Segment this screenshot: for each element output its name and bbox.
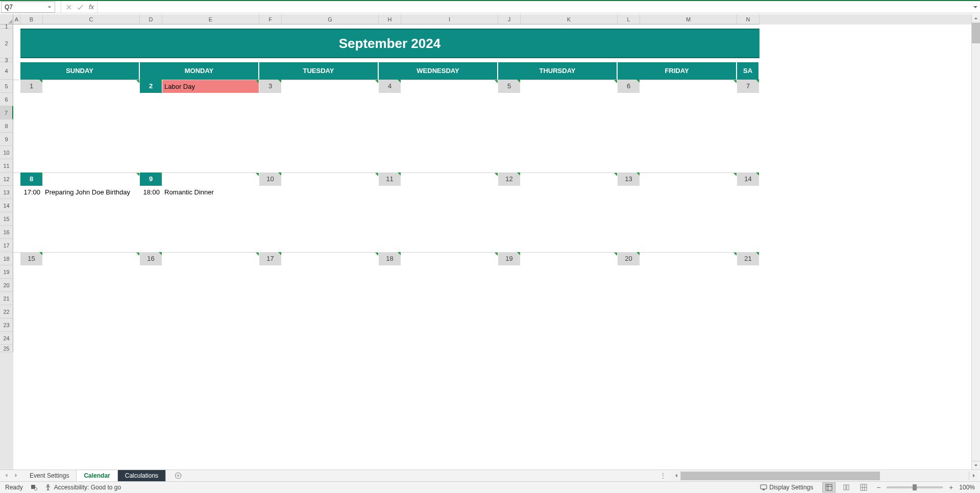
- zoom-out-button[interactable]: −: [874, 483, 883, 491]
- day-9[interactable]: 9: [140, 172, 162, 186]
- row-head-4[interactable]: 4: [0, 62, 13, 80]
- scroll-left-icon[interactable]: [672, 472, 680, 480]
- row-head-17[interactable]: 17: [0, 239, 13, 252]
- select-all-corner[interactable]: [0, 14, 13, 24]
- macro-record-icon[interactable]: [30, 483, 37, 492]
- name-box[interactable]: Q7: [1, 2, 55, 13]
- display-settings-button[interactable]: Display Settings: [755, 484, 818, 491]
- horizontal-scrollbar[interactable]: [672, 472, 978, 480]
- day-14[interactable]: 14: [737, 172, 760, 186]
- svg-rect-4: [761, 485, 767, 489]
- zoom-handle[interactable]: [913, 484, 917, 490]
- row-head-16[interactable]: 16: [0, 226, 13, 239]
- vscroll-track[interactable]: [972, 23, 980, 461]
- day-16[interactable]: 16: [140, 252, 162, 265]
- tab-calculations[interactable]: Calculations: [118, 470, 166, 481]
- col-head-M[interactable]: M: [640, 14, 737, 24]
- zoom-level[interactable]: 100%: [959, 484, 975, 491]
- day-17[interactable]: 17: [259, 252, 282, 265]
- row-head-7[interactable]: 7: [0, 106, 13, 119]
- view-page-layout-icon[interactable]: [840, 482, 853, 492]
- row-head-5[interactable]: 5: [0, 80, 13, 93]
- vscroll-thumb[interactable]: [972, 23, 980, 43]
- row-head-6[interactable]: 6: [0, 93, 13, 106]
- scroll-right-icon[interactable]: [969, 472, 978, 480]
- dow-0: SUNDAY: [20, 62, 140, 80]
- name-box-dropdown[interactable]: [45, 3, 54, 11]
- tab-prev-icon[interactable]: [4, 472, 9, 479]
- day-15[interactable]: 15: [20, 252, 43, 265]
- enter-icon[interactable]: [75, 2, 86, 13]
- col-head-F[interactable]: F: [259, 14, 282, 24]
- day-7[interactable]: 7: [737, 80, 760, 93]
- tab-scroll-dots[interactable]: ⋮: [654, 472, 672, 480]
- tab-calendar[interactable]: Calendar: [77, 471, 117, 482]
- row-head-20[interactable]: 20: [0, 279, 13, 292]
- day-11[interactable]: 11: [379, 172, 401, 186]
- col-head-A[interactable]: A: [13, 14, 20, 24]
- row-head-14[interactable]: 14: [0, 199, 13, 212]
- col-head-I[interactable]: I: [401, 14, 498, 24]
- col-head-D[interactable]: D: [140, 14, 162, 24]
- day-18[interactable]: 18: [379, 252, 401, 265]
- day-3[interactable]: 3: [259, 80, 282, 93]
- day-8[interactable]: 8: [20, 172, 43, 186]
- view-normal-icon[interactable]: [822, 482, 836, 492]
- view-page-break-icon[interactable]: [857, 482, 870, 492]
- cancel-icon[interactable]: [63, 2, 75, 13]
- zoom-slider[interactable]: [887, 486, 943, 488]
- day-1[interactable]: 1: [20, 80, 43, 93]
- tab-event-settings[interactable]: Event Settings: [22, 470, 77, 481]
- row-head-8[interactable]: 8: [0, 119, 13, 133]
- col-head-L[interactable]: L: [618, 14, 640, 24]
- row-head-19[interactable]: 19: [0, 265, 13, 279]
- col-head-J[interactable]: J: [498, 14, 521, 24]
- day-20[interactable]: 20: [618, 252, 640, 265]
- day-10[interactable]: 10: [259, 172, 282, 186]
- dow-3: WEDNESDAY: [379, 62, 498, 80]
- col-head-G[interactable]: G: [282, 14, 379, 24]
- row-head-18[interactable]: 18: [0, 252, 13, 265]
- grid-body[interactable]: September 2024SUNDAYMONDAYTUESDAYWEDNESD…: [13, 24, 980, 339]
- day-19[interactable]: 19: [498, 252, 521, 265]
- row-head-10[interactable]: 10: [0, 146, 13, 159]
- row-head-13[interactable]: 13: [0, 186, 13, 199]
- row-head-11[interactable]: 11: [0, 159, 13, 172]
- row-head-3[interactable]: 3: [0, 58, 13, 62]
- col-head-K[interactable]: K: [521, 14, 618, 24]
- row-head-22[interactable]: 22: [0, 305, 13, 318]
- row-head-15[interactable]: 15: [0, 212, 13, 226]
- row-head-1[interactable]: 1: [0, 24, 13, 29]
- day-4[interactable]: 4: [379, 80, 401, 93]
- hscroll-track[interactable]: [680, 472, 969, 480]
- day-13[interactable]: 13: [618, 172, 640, 186]
- col-head-H[interactable]: H: [379, 14, 401, 24]
- tab-next-icon[interactable]: [14, 472, 18, 479]
- scroll-down-icon[interactable]: [972, 461, 980, 470]
- col-head-N[interactable]: N: [737, 14, 760, 24]
- row-head-24[interactable]: 24: [0, 332, 13, 345]
- zoom-in-button[interactable]: +: [947, 483, 955, 491]
- row-head-2[interactable]: 2: [0, 29, 13, 58]
- accessibility-status[interactable]: Accessibility: Good to go: [44, 484, 121, 491]
- formula-bar-expand[interactable]: [971, 2, 980, 13]
- row-head-21[interactable]: 21: [0, 292, 13, 305]
- row-head-9[interactable]: 9: [0, 133, 13, 146]
- day-2[interactable]: 2: [140, 80, 162, 93]
- vertical-scrollbar[interactable]: [971, 14, 980, 470]
- row-head-25[interactable]: 25: [0, 345, 13, 352]
- row-head-23[interactable]: 23: [0, 318, 13, 332]
- hscroll-thumb[interactable]: [681, 472, 880, 480]
- formula-input[interactable]: [97, 2, 971, 13]
- fx-label[interactable]: fx: [86, 3, 97, 11]
- col-head-E[interactable]: E: [162, 14, 259, 24]
- add-sheet-button[interactable]: [171, 470, 185, 481]
- col-head-C[interactable]: C: [43, 14, 140, 24]
- col-head-B[interactable]: B: [20, 14, 43, 24]
- day-6[interactable]: 6: [618, 80, 640, 93]
- day-21[interactable]: 21: [737, 252, 760, 265]
- day-5[interactable]: 5: [498, 80, 521, 93]
- row-head-12[interactable]: 12: [0, 172, 13, 186]
- day-12[interactable]: 12: [498, 172, 521, 186]
- scroll-up-icon[interactable]: [972, 14, 980, 23]
